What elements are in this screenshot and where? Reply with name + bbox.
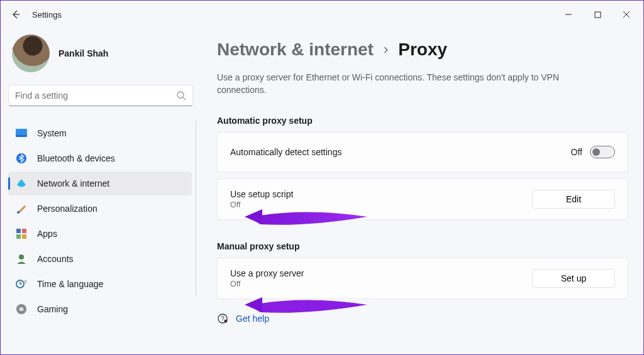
sidebar: Pankil Shah System Bluetooth & devices N… (1, 28, 199, 354)
bluetooth-icon (16, 153, 27, 164)
sidebar-item-label: Network & internet (37, 178, 109, 188)
get-help-row[interactable]: ? Get help (217, 313, 628, 324)
maximize-button[interactable] (583, 2, 612, 27)
sidebar-item-personalization[interactable]: Personalization (8, 197, 192, 221)
svg-text:文: 文 (23, 280, 27, 284)
card-proxy-server: Use a proxy server Off Set up (217, 258, 628, 299)
svg-rect-5 (16, 135, 27, 137)
breadcrumb-parent[interactable]: Network & internet (217, 40, 374, 60)
toggle-knob (592, 148, 600, 156)
proxy-setup-button[interactable]: Set up (532, 269, 615, 288)
apps-icon (16, 228, 27, 239)
sidebar-item-label: System (37, 128, 67, 138)
auto-detect-state: Off (571, 147, 582, 157)
proxy-server-label: Use a proxy server (230, 268, 304, 278)
sidebar-item-accounts[interactable]: Accounts (8, 247, 192, 271)
sidebar-item-system[interactable]: System (8, 121, 192, 145)
back-arrow-icon (11, 9, 21, 19)
sidebar-item-time[interactable]: 文 Time & language (8, 272, 192, 296)
page-description: Use a proxy server for Ethernet or Wi-Fi… (217, 71, 594, 97)
svg-point-7 (17, 211, 19, 214)
wifi-icon (16, 178, 27, 189)
sidebar-item-label: Accounts (37, 254, 74, 264)
breadcrumb: Network & internet › Proxy (217, 40, 628, 60)
close-icon (623, 11, 630, 18)
svg-rect-8 (16, 229, 21, 233)
minimize-icon (565, 11, 572, 18)
close-button[interactable] (612, 2, 641, 27)
titlebar: Settings (1, 1, 643, 28)
setup-script-edit-button[interactable]: Edit (532, 190, 615, 209)
account-icon (16, 253, 27, 265)
setup-script-status: Off (230, 200, 293, 209)
sidebar-item-label: Gaming (37, 304, 68, 314)
card-auto-detect: Automatically detect settings Off (217, 132, 628, 172)
svg-point-18 (225, 319, 228, 322)
profile-name: Pankil Shah (58, 48, 108, 58)
svg-text:?: ? (221, 315, 225, 322)
avatar (12, 35, 50, 72)
brush-icon (16, 203, 27, 214)
card-setup-script: Use setup script Off Edit (217, 178, 628, 220)
search-input[interactable] (15, 90, 176, 101)
chevron-right-icon: › (384, 41, 388, 58)
profile-block[interactable]: Pankil Shah (8, 28, 199, 85)
nav-divider (196, 121, 196, 296)
search-box[interactable] (8, 85, 193, 106)
system-icon (16, 128, 27, 139)
svg-point-12 (19, 254, 24, 259)
time-icon: 文 (16, 278, 27, 290)
maximize-icon (594, 11, 601, 18)
search-icon (176, 90, 186, 101)
get-help-link[interactable]: Get help (236, 314, 269, 324)
gaming-icon (16, 303, 27, 315)
setup-script-label: Use setup script (230, 189, 293, 199)
minimize-button[interactable] (554, 2, 583, 27)
sidebar-item-gaming[interactable]: Gaming (8, 297, 192, 321)
sidebar-item-bluetooth[interactable]: Bluetooth & devices (8, 146, 192, 170)
sidebar-item-network[interactable]: Network & internet (8, 172, 192, 195)
app-title: Settings (32, 10, 62, 19)
svg-point-2 (177, 92, 184, 98)
auto-detect-toggle[interactable] (590, 146, 615, 158)
window-controls (554, 2, 641, 27)
svg-rect-10 (16, 234, 21, 239)
sidebar-item-label: Bluetooth & devices (37, 153, 115, 163)
auto-detect-label: Automatically detect settings (230, 147, 341, 157)
svg-rect-1 (595, 12, 601, 18)
sidebar-item-label: Personalization (37, 204, 97, 214)
svg-rect-9 (22, 229, 26, 233)
section-title-manual: Manual proxy setup (217, 241, 628, 251)
breadcrumb-current: Proxy (398, 40, 447, 60)
proxy-server-status: Off (230, 280, 304, 288)
back-button[interactable] (3, 2, 28, 27)
sidebar-item-label: Apps (37, 229, 57, 239)
svg-line-3 (183, 97, 186, 100)
section-title-auto: Automatic proxy setup (217, 116, 628, 126)
content: Network & internet › Proxy Use a proxy s… (199, 28, 643, 354)
sidebar-item-apps[interactable]: Apps (8, 222, 192, 246)
svg-rect-11 (22, 234, 26, 239)
help-icon: ? (217, 313, 228, 324)
nav-list: System Bluetooth & devices Network & int… (8, 121, 199, 321)
sidebar-item-label: Time & language (37, 279, 103, 289)
